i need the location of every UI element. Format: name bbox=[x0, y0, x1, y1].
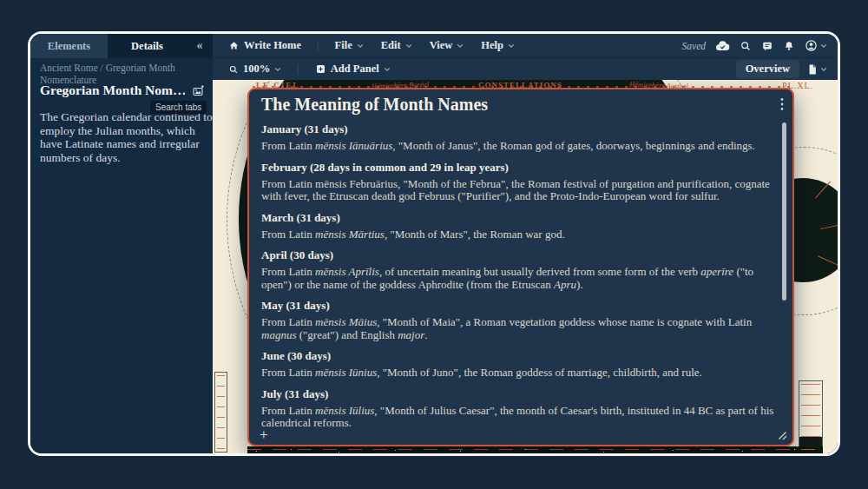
saved-status: Saved bbox=[682, 41, 706, 51]
resize-handle-icon[interactable] bbox=[777, 430, 787, 440]
page-title: Gregorian Month Nom… bbox=[40, 83, 185, 98]
chevron-down-icon bbox=[357, 43, 364, 49]
month-heading: June (30 days) bbox=[261, 349, 775, 362]
chevron-down-icon bbox=[384, 67, 391, 72]
tab-elements[interactable]: Elements bbox=[30, 34, 108, 58]
plus-square-icon bbox=[315, 63, 326, 75]
chevron-down-icon bbox=[820, 43, 827, 49]
sidebar-tabbar: Elements Details « bbox=[30, 34, 213, 58]
doc-title-row: Gregorian Month Nom… bbox=[40, 83, 205, 98]
month-description: From Latin mēnsis Februārius, "Month of … bbox=[261, 178, 775, 203]
menubar-right: Saved bbox=[682, 39, 827, 52]
menu-help[interactable]: Help bbox=[476, 39, 520, 52]
menu-edit[interactable]: Edit bbox=[376, 39, 418, 52]
menu-view-label: View bbox=[430, 39, 453, 52]
month-heading: May (31 days) bbox=[261, 299, 775, 312]
month-heading: July (31 days) bbox=[261, 387, 775, 400]
chevron-down-icon bbox=[274, 67, 281, 72]
month-description: From Latin mēnsis Mārtius, "Month of Mar… bbox=[261, 228, 775, 241]
add-panel-button[interactable]: Add Panel bbox=[310, 63, 396, 76]
search-tabs-tooltip: Search tabs bbox=[150, 101, 207, 114]
month-heading: February (28 days in common and 29 in le… bbox=[261, 161, 775, 174]
menu-edit-label: Edit bbox=[381, 39, 401, 52]
app-window: Elements Details « Ancient Rome / Gregor… bbox=[28, 31, 840, 456]
month-description: From Latin mēnsis Iūlius, "Month of Juli… bbox=[261, 405, 775, 430]
month-heading: March (31 days) bbox=[261, 211, 775, 224]
magnifier-icon bbox=[228, 64, 239, 75]
toolbar-separator: | bbox=[293, 63, 303, 76]
toolbar: 100% | Add Panel Overview bbox=[213, 57, 838, 80]
chevron-down-icon bbox=[457, 43, 464, 49]
home-label: Write Home bbox=[244, 39, 301, 52]
zoom-control[interactable]: 100% bbox=[223, 63, 286, 76]
month-description: From Latin mēnsis Iānuārius, "Month of J… bbox=[261, 140, 775, 153]
month-description: From Latin mēnsis Iūnius, "Month of Juno… bbox=[261, 367, 775, 380]
chevron-down-icon bbox=[405, 43, 412, 49]
month-list: January (31 days)From Latin mēnsis Iānuā… bbox=[261, 116, 775, 430]
month-heading: April (30 days) bbox=[261, 248, 775, 261]
kebab-menu-icon[interactable] bbox=[780, 97, 784, 111]
month-heading: January (31 days) bbox=[261, 122, 775, 135]
desktop-background: { "colors":{"accent_orange":"#cf5330","m… bbox=[0, 0, 868, 489]
chevron-down-icon bbox=[820, 67, 827, 72]
main-area: Write Home | File Edit View Help Saved bbox=[213, 34, 838, 453]
toolbar-right: Overview bbox=[736, 60, 827, 78]
menubar-separator: | bbox=[313, 39, 323, 52]
search-icon[interactable] bbox=[740, 40, 752, 52]
note-panel[interactable]: The Meaning of Month Names January (31 d… bbox=[247, 88, 794, 446]
map-scale-left bbox=[214, 372, 227, 453]
sidebar-collapse-button[interactable]: « bbox=[187, 34, 213, 58]
menu-file[interactable]: File bbox=[330, 39, 369, 52]
panel-scrollbar[interactable] bbox=[782, 122, 786, 301]
home-icon bbox=[228, 40, 240, 51]
chevron-down-icon bbox=[508, 43, 515, 49]
document-icon bbox=[807, 63, 818, 76]
map-scale-right bbox=[799, 380, 823, 453]
map-starfield-strip bbox=[247, 446, 823, 453]
add-panel-label: Add Panel bbox=[331, 63, 379, 76]
tab-details[interactable]: Details bbox=[108, 34, 187, 58]
doc-description: The Gregorian calendar continued to empl… bbox=[40, 110, 217, 164]
home-button[interactable]: Write Home bbox=[223, 39, 306, 52]
map-constellation-lines bbox=[247, 449, 823, 450]
add-image-icon[interactable] bbox=[192, 84, 205, 97]
map-canvas: LE CIEL Hémisphère Boréal CONSTELLATIONS… bbox=[213, 80, 838, 453]
user-icon bbox=[805, 39, 818, 52]
document-menu[interactable] bbox=[807, 63, 827, 76]
menu-help-label: Help bbox=[481, 39, 503, 52]
month-description: From Latin mēnsis Aprīlis, of uncertain … bbox=[261, 266, 775, 291]
menu-file-label: File bbox=[335, 39, 352, 52]
month-description: From Latin mēnsis Māius, "Month of Maia"… bbox=[261, 316, 775, 341]
bell-icon[interactable] bbox=[783, 40, 795, 52]
zoom-level: 100% bbox=[243, 63, 270, 76]
menu-view[interactable]: View bbox=[424, 39, 470, 52]
account-menu[interactable] bbox=[805, 39, 827, 52]
cloud-saved-icon bbox=[715, 40, 730, 51]
add-block-button[interactable]: + bbox=[260, 427, 268, 442]
comments-icon[interactable] bbox=[761, 40, 773, 52]
overview-button[interactable]: Overview bbox=[736, 60, 799, 78]
sidebar: Elements Details « Ancient Rome / Gregor… bbox=[30, 34, 213, 453]
panel-title: The Meaning of Month Names bbox=[261, 95, 488, 115]
menubar: Write Home | File Edit View Help Saved bbox=[213, 34, 838, 57]
map-stars bbox=[256, 451, 257, 452]
